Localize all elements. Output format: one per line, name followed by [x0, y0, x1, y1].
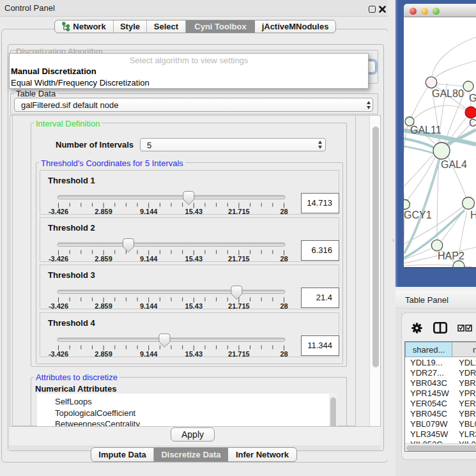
svg-text:21.715: 21.715: [228, 255, 250, 261]
svg-text:15.43: 15.43: [185, 350, 203, 357]
svg-text:GA: GA: [469, 93, 476, 104]
svg-text:-3.426: -3.426: [49, 302, 68, 309]
svg-text:GCY1: GCY1: [404, 210, 432, 220]
svg-text:-3.426: -3.426: [49, 255, 68, 261]
svg-text:9.144: 9.144: [140, 350, 158, 357]
svg-text:21.715: 21.715: [228, 302, 250, 309]
svg-text:21.715: 21.715: [228, 208, 250, 214]
svg-text:28: 28: [280, 350, 288, 357]
svg-text:-3.426: -3.426: [49, 350, 68, 357]
svg-text:15.43: 15.43: [185, 255, 203, 261]
svg-text:GAL4: GAL4: [441, 159, 467, 170]
svg-text:H: H: [470, 210, 476, 220]
svg-text:28: 28: [280, 255, 288, 261]
svg-text:9.144: 9.144: [140, 302, 158, 309]
svg-text:21.715: 21.715: [228, 350, 250, 357]
svg-text:GAL80: GAL80: [432, 88, 464, 99]
svg-text:15.43: 15.43: [185, 208, 203, 214]
svg-text:2.859: 2.859: [95, 302, 112, 309]
svg-text:28: 28: [280, 302, 288, 309]
svg-text:2.859: 2.859: [95, 208, 112, 214]
svg-text:9.144: 9.144: [140, 255, 158, 261]
svg-text:2.859: 2.859: [95, 350, 112, 357]
svg-text:GAL11: GAL11: [410, 125, 441, 135]
svg-text:28: 28: [280, 208, 288, 214]
svg-text:15.43: 15.43: [185, 302, 203, 309]
svg-text:C: C: [469, 118, 476, 128]
svg-text:9.144: 9.144: [140, 208, 158, 214]
svg-text:-3.426: -3.426: [49, 208, 68, 214]
svg-text:2.859: 2.859: [95, 255, 112, 261]
svg-text:HAP2: HAP2: [438, 250, 464, 261]
